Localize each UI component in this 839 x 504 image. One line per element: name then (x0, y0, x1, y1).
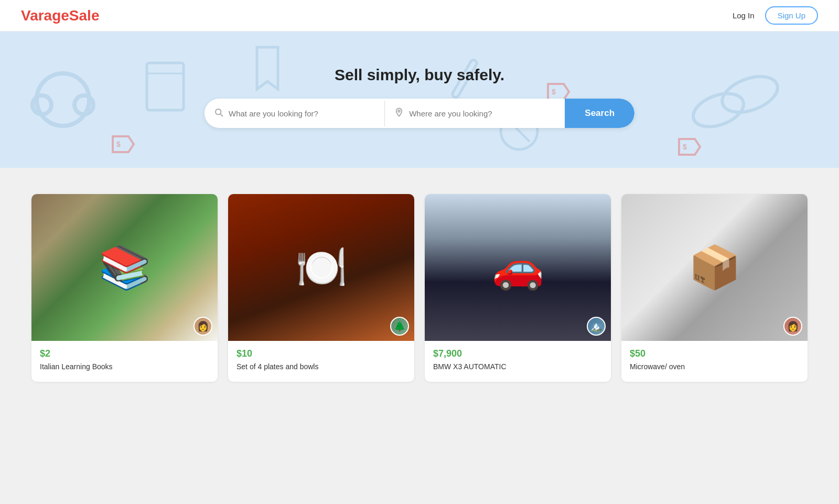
svg-marker-8 (548, 84, 569, 100)
location-icon (394, 108, 404, 119)
svg-text:$: $ (683, 143, 687, 151)
search-icon (214, 108, 223, 119)
login-link[interactable]: Log In (733, 11, 755, 20)
product-title: Microwave/ oven (630, 362, 799, 372)
svg-point-11 (689, 88, 748, 133)
svg-marker-5 (113, 136, 134, 152)
seller-avatar: 🏔️ (587, 317, 606, 336)
logo-varage: Varage (21, 7, 69, 24)
logo-sale: Sale (69, 7, 100, 24)
site-logo[interactable]: VarageSale (21, 7, 99, 24)
product-card[interactable]: 🌲 $10 Set of 4 plates and bowls (228, 194, 414, 382)
product-title: BMW X3 AUTOMATIC (433, 362, 603, 372)
product-image: 🏔️ (425, 194, 611, 341)
svg-text:$: $ (552, 88, 556, 96)
search-what-input[interactable] (229, 101, 375, 126)
svg-marker-14 (257, 47, 278, 89)
product-info: $50 Microwave/ oven (621, 341, 808, 382)
svg-point-1 (33, 95, 51, 114)
product-image: 🌲 (228, 194, 414, 341)
seller-avatar: 👩 (783, 317, 802, 336)
product-card[interactable]: 🏔️ $7,900 BMW X3 AUTOMATIC (425, 194, 611, 382)
product-info: $10 Set of 4 plates and bowls (228, 341, 414, 382)
product-title: Set of 4 plates and bowls (236, 362, 406, 372)
svg-text:$: $ (116, 140, 121, 148)
header-nav: Log In Sign Up (733, 6, 818, 25)
svg-point-19 (398, 110, 400, 112)
product-info: $7,900 BMW X3 AUTOMATIC (425, 341, 611, 382)
svg-point-10 (717, 70, 782, 119)
product-card[interactable]: 👩 $50 Microwave/ oven (621, 194, 808, 382)
svg-rect-3 (147, 63, 184, 110)
search-button[interactable]: Search (565, 99, 634, 128)
main-content: 👩 $2 Italian Learning Books 🌲 $10 Set of… (0, 168, 839, 403)
product-info: $2 Italian Learning Books (31, 341, 218, 382)
svg-point-0 (37, 73, 89, 126)
product-image: 👩 (621, 194, 808, 341)
search-what-container (205, 101, 385, 126)
product-card[interactable]: 👩 $2 Italian Learning Books (31, 194, 218, 382)
svg-marker-12 (679, 139, 700, 155)
signup-button[interactable]: Sign Up (765, 6, 818, 25)
product-price: $50 (630, 348, 799, 359)
product-grid: 👩 $2 Italian Learning Books 🌲 $10 Set of… (31, 194, 808, 382)
search-where-container (385, 101, 565, 126)
hero-tagline: Sell simply, buy safely. (335, 66, 504, 84)
product-image: 👩 (31, 194, 218, 341)
product-price: $10 (236, 348, 406, 359)
product-price: $7,900 (433, 348, 603, 359)
search-bar: Search (205, 99, 634, 128)
seller-avatar: 👩 (193, 317, 212, 336)
svg-line-18 (220, 114, 222, 116)
site-header: VarageSale Log In Sign Up (0, 0, 839, 31)
hero-banner: $ $ $ Sell simply, buy safely. (0, 31, 839, 168)
product-price: $2 (40, 348, 209, 359)
product-title: Italian Learning Books (40, 362, 209, 372)
seller-avatar: 🌲 (390, 317, 409, 336)
svg-point-2 (74, 95, 93, 114)
search-where-input[interactable] (409, 101, 555, 126)
